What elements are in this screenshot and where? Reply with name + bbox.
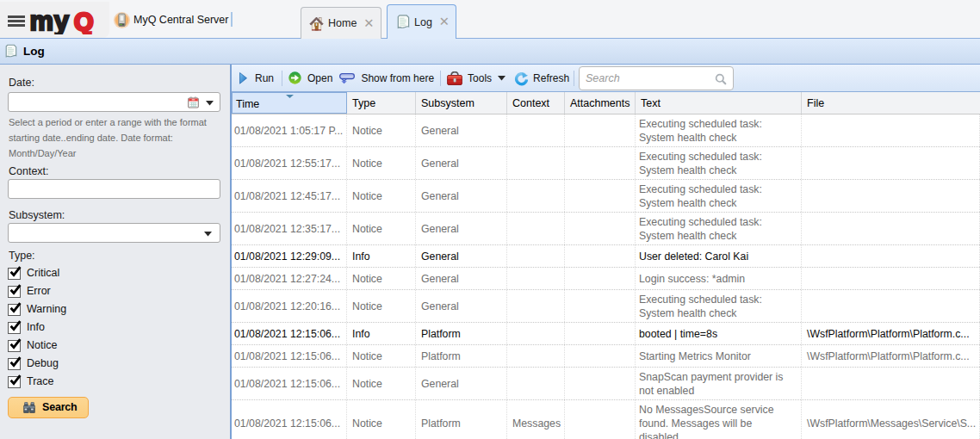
svg-text:Q: Q (74, 8, 94, 34)
svg-text:my: my (30, 6, 70, 34)
